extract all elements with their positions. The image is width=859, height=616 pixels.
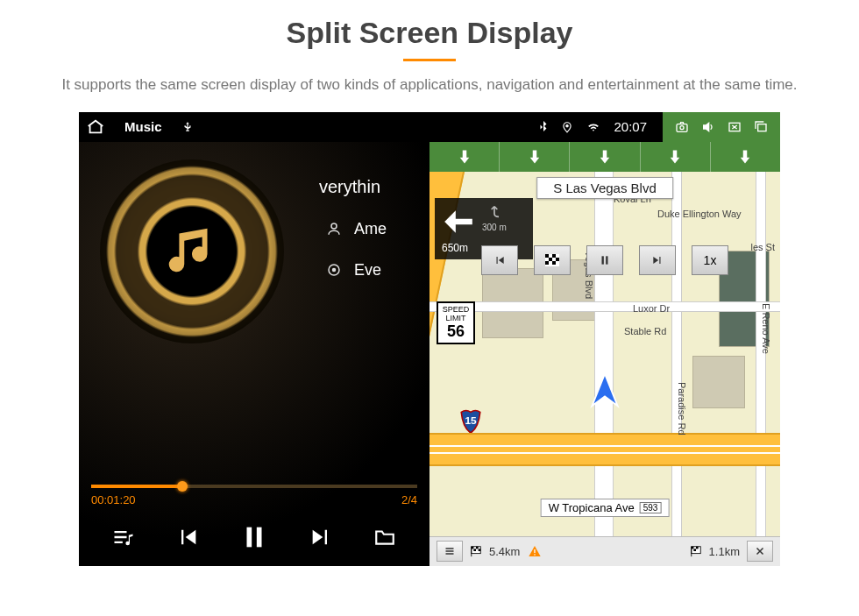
- bluetooth-icon: [538, 120, 549, 134]
- svg-rect-19: [606, 256, 607, 264]
- clock: 20:07: [614, 119, 647, 134]
- svg-rect-30: [696, 547, 699, 549]
- folder-icon[interactable]: [372, 526, 398, 549]
- route-speed-button[interactable]: 1x: [692, 245, 728, 275]
- status-bar: Music 20:07: [79, 112, 780, 142]
- lane-arrow-icon: [527, 148, 543, 166]
- map-label: Duke Ellington Way: [657, 209, 742, 219]
- svg-rect-23: [473, 549, 476, 551]
- map-label: Luxor Dr: [633, 303, 670, 314]
- track-metadata: verythin Ame Eve: [324, 177, 387, 280]
- svg-rect-26: [535, 549, 536, 553]
- current-position-icon: [586, 371, 624, 409]
- route-controls: 1x: [430, 245, 780, 275]
- page-title: Split Screen Display: [0, 16, 859, 50]
- artist-icon: [324, 221, 344, 237]
- nav-bottom-bar: 5.4km 1.1km: [430, 536, 780, 566]
- svg-rect-13: [552, 254, 556, 258]
- svg-rect-22: [476, 547, 479, 549]
- usb-icon: [181, 119, 194, 135]
- waypoint-flag-icon: [690, 545, 702, 557]
- home-icon[interactable]: [86, 117, 105, 137]
- device-frame: Music 20:07: [79, 112, 780, 566]
- svg-point-2: [680, 125, 684, 129]
- svg-rect-16: [545, 261, 549, 265]
- svg-rect-4: [758, 124, 766, 131]
- street-sign-bottom: W Tropicana Ave 593: [541, 499, 670, 517]
- svg-rect-17: [552, 261, 556, 265]
- playlist-icon[interactable]: [110, 525, 137, 549]
- lane-arrow-icon: [597, 148, 613, 166]
- next-track-icon[interactable]: [308, 525, 334, 549]
- svg-text:15: 15: [465, 414, 477, 427]
- svg-rect-12: [545, 254, 549, 258]
- nav-menu-button[interactable]: [437, 541, 463, 562]
- lane-arrow-icon: [667, 148, 683, 166]
- app-label: Music: [124, 119, 162, 134]
- svg-rect-14: [549, 258, 552, 261]
- music-panel: verythin Ame Eve: [79, 142, 430, 566]
- wifi-icon: [586, 121, 601, 133]
- volume-icon[interactable]: [699, 120, 717, 134]
- album-art: [100, 159, 284, 343]
- close-window-icon[interactable]: [726, 120, 743, 134]
- route-checkered-button[interactable]: [534, 245, 571, 275]
- camera-icon[interactable]: [673, 120, 691, 134]
- pause-icon[interactable]: [239, 522, 269, 552]
- title-underline: [403, 59, 456, 61]
- route-pause-button[interactable]: [586, 245, 623, 275]
- bottom-left-distance: 5.4km: [489, 545, 520, 558]
- elapsed-time: 00:01:20: [91, 493, 136, 506]
- bottom-right-distance: 1.1km: [709, 545, 740, 558]
- map-label: E Reno Ave: [761, 303, 771, 354]
- artist-name: Ame: [354, 220, 387, 238]
- prev-track-icon[interactable]: [174, 525, 201, 549]
- route-prev-button[interactable]: [481, 245, 518, 275]
- music-note-icon: [161, 221, 223, 282]
- map-label: Stable Rd: [624, 326, 666, 336]
- player-controls: [91, 506, 417, 559]
- svg-rect-8: [246, 527, 252, 547]
- svg-rect-27: [535, 554, 536, 555]
- svg-point-0: [566, 124, 568, 126]
- lane-arrow-icon: [737, 148, 753, 166]
- progress-bar[interactable]: [91, 485, 417, 488]
- svg-rect-1: [677, 124, 687, 131]
- svg-point-7: [333, 269, 336, 272]
- exit-icon: 300 m: [482, 205, 507, 232]
- turn-left-icon: [442, 205, 475, 238]
- lane-arrow-icon: [457, 148, 472, 166]
- track-title: verythin: [319, 177, 380, 197]
- map-label: Paradise Rd: [677, 382, 687, 435]
- multitask-icon[interactable]: [752, 120, 770, 134]
- svg-rect-15: [556, 258, 559, 261]
- svg-point-5: [331, 223, 337, 229]
- navigation-panel: Koval Ln Duke Ellington Way les St Vegas…: [430, 142, 780, 566]
- warning-icon: [527, 544, 543, 558]
- exit-distance: 300 m: [482, 223, 507, 232]
- dest-flag-icon: [470, 545, 482, 557]
- page-subtitle: It supports the same screen display of t…: [35, 74, 824, 96]
- svg-rect-31: [693, 549, 696, 551]
- route-next-button[interactable]: [639, 245, 676, 275]
- nav-lane-bar: [430, 142, 780, 172]
- nav-close-button[interactable]: [747, 541, 773, 562]
- speed-limit-sign: SPEED LIMIT 56: [437, 301, 475, 344]
- svg-rect-24: [479, 549, 481, 551]
- svg-rect-9: [257, 527, 262, 547]
- album-name: Eve: [354, 261, 381, 280]
- album-icon: [324, 262, 344, 278]
- track-index: 2/4: [401, 493, 417, 506]
- interstate-shield-icon: 15: [459, 408, 482, 433]
- system-tray: [663, 112, 780, 142]
- street-sign-top: S Las Vegas Blvd: [536, 177, 673, 199]
- location-icon: [561, 120, 573, 134]
- svg-rect-18: [602, 256, 604, 264]
